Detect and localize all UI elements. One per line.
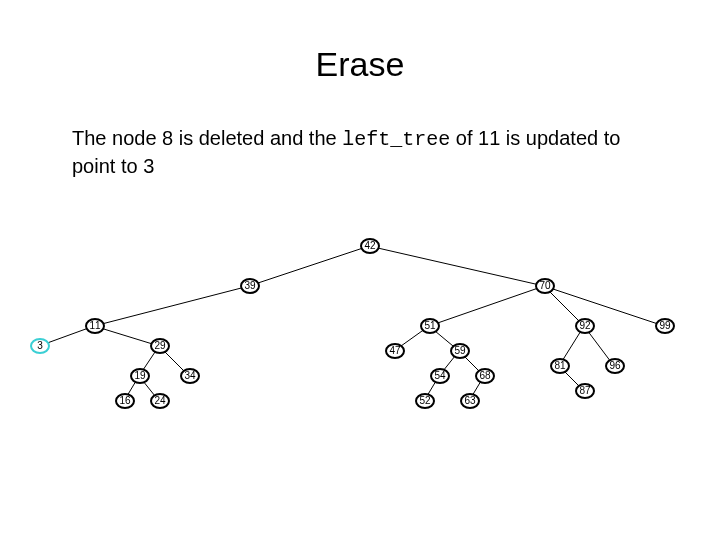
tree-node-59: 59 <box>450 343 470 359</box>
tree-node-42: 42 <box>360 238 380 254</box>
edge-42-39 <box>249 246 369 286</box>
tree-node-81: 81 <box>550 358 570 374</box>
tree-node-96: 96 <box>605 358 625 374</box>
tree-node-51: 51 <box>420 318 440 334</box>
tree-node-39: 39 <box>240 278 260 294</box>
tree-node-11: 11 <box>85 318 105 334</box>
edge-39-11 <box>94 286 249 326</box>
tree-node-54: 54 <box>430 368 450 384</box>
tree-node-19: 19 <box>130 368 150 384</box>
tree-node-87: 87 <box>575 383 595 399</box>
tree-node-52: 52 <box>415 393 435 409</box>
tree-node-16: 16 <box>115 393 135 409</box>
tree-node-24: 24 <box>150 393 170 409</box>
slide-body: The node 8 is deleted and the left_tree … <box>0 107 720 180</box>
edge-70-99 <box>544 286 664 326</box>
body-code: left_tree <box>342 128 450 151</box>
tree-node-47: 47 <box>385 343 405 359</box>
tree-node-29: 29 <box>150 338 170 354</box>
tree-node-3: 3 <box>30 338 50 354</box>
tree-node-63: 63 <box>460 393 480 409</box>
slide-title: Erase <box>0 23 720 84</box>
edge-70-51 <box>429 286 544 326</box>
tree-node-70: 70 <box>535 278 555 294</box>
tree-node-99: 99 <box>655 318 675 334</box>
tree-node-68: 68 <box>475 368 495 384</box>
edge-42-70 <box>369 246 544 286</box>
tree-node-92: 92 <box>575 318 595 334</box>
bst-diagram: 4239701151929932947598196193454688716245… <box>30 238 690 488</box>
tree-node-34: 34 <box>180 368 200 384</box>
tree-edges <box>30 238 690 488</box>
body-pre: The node 8 is deleted and the <box>72 127 342 149</box>
